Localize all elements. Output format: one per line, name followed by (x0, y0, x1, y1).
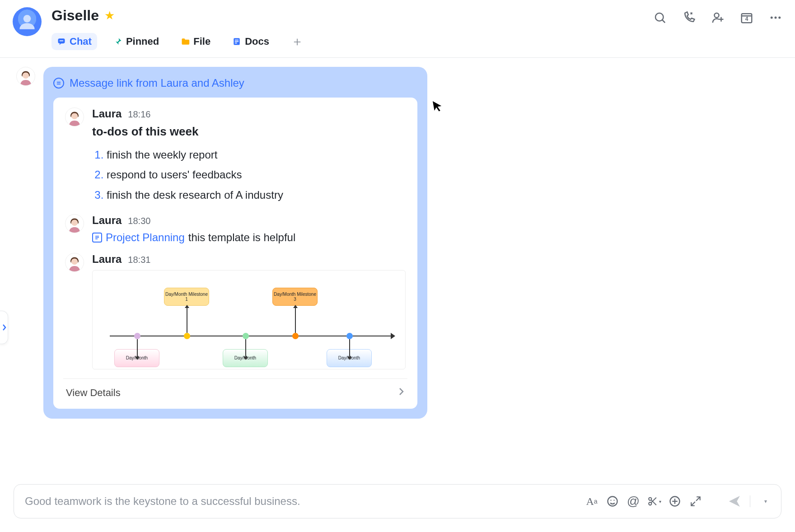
tab-pinned-label: Pinned (126, 36, 159, 47)
chat-area: Message link from Laura and Ashley Laura… (0, 58, 795, 476)
message-row: Message link from Laura and Ashley Laura… (16, 67, 777, 419)
todo-item: respond to users' feedbacks (107, 165, 406, 185)
plus-icon: ＋ (291, 33, 304, 50)
link-card-header[interactable]: Message link from Laura and Ashley (53, 77, 417, 89)
sidebar-expand-handle[interactable] (0, 311, 8, 344)
svg-rect-5 (235, 41, 238, 42)
divider (63, 378, 407, 379)
message-composer[interactable]: Good teamwork is the keystone to a succe… (14, 484, 781, 518)
todo-list: finish the weekly report respond to user… (92, 145, 406, 205)
svg-point-14 (771, 17, 773, 19)
composer-input[interactable]: Good teamwork is the keystone to a succe… (25, 495, 578, 508)
svg-line-8 (662, 20, 665, 23)
svg-point-28 (613, 500, 614, 501)
header-bar: Giselle ★ Chat Pinned (0, 0, 795, 58)
star-icon[interactable]: ★ (104, 9, 115, 23)
quoted-messages: Laura 18:16 to-dos of this week finish t… (53, 98, 417, 409)
mention-icon[interactable]: @ (626, 494, 641, 509)
link-icon (53, 78, 64, 89)
send-button[interactable] (727, 494, 742, 509)
add-member-icon[interactable] (711, 11, 725, 24)
svg-point-16 (778, 17, 781, 19)
svg-point-26 (608, 497, 617, 506)
message-text: this template is helpful (188, 231, 295, 244)
tab-add[interactable]: ＋ (285, 30, 309, 53)
add-attachment-icon[interactable] (668, 494, 682, 509)
author-name: Laura (92, 107, 122, 120)
svg-rect-4 (235, 40, 238, 41)
chevron-right-icon (398, 386, 405, 400)
scissors-icon[interactable]: ▾ (647, 494, 661, 509)
svg-point-9 (715, 13, 719, 18)
timeline-diagram[interactable]: Day/Month Milestone 1 Day/Month Mileston… (92, 270, 406, 369)
message-time: 18:16 (128, 109, 150, 120)
quoted-avatar (65, 107, 84, 126)
tab-bar: Chat Pinned File (51, 30, 309, 53)
tab-pinned[interactable]: Pinned (108, 33, 164, 50)
document-icon (92, 233, 102, 243)
svg-point-0 (23, 15, 31, 23)
expand-icon[interactable] (688, 494, 703, 509)
send-options-icon[interactable]: ▾ (758, 494, 773, 509)
milestone-box: Day/Month Milestone 3 (272, 288, 318, 306)
header-actions: 4 (653, 7, 782, 24)
tab-chat[interactable]: Chat (51, 33, 97, 50)
view-details-label: View Details (66, 387, 121, 399)
view-details-button[interactable]: View Details (65, 385, 406, 401)
todo-item: finish the desk research of A industry (107, 185, 406, 205)
svg-point-15 (775, 17, 777, 19)
text-format-icon[interactable]: Aa (585, 494, 599, 509)
tab-chat-label: Chat (70, 36, 92, 47)
quoted-avatar (65, 214, 84, 233)
quoted-message: Laura 18:30 Project Planning (65, 214, 406, 244)
doc-link[interactable]: Project Planning (92, 231, 185, 244)
tab-file[interactable]: File (175, 33, 216, 50)
message-time: 18:31 (128, 255, 150, 265)
calendar-icon[interactable]: 4 (740, 11, 753, 24)
quoted-message: Laura 18:31 Day/Month Milestone 1 Day/Mo… (65, 253, 406, 369)
contact-name[interactable]: Giselle (51, 7, 99, 24)
svg-point-27 (610, 500, 611, 501)
calendar-day: 4 (745, 16, 748, 22)
svg-rect-2 (60, 41, 63, 42)
svg-point-7 (655, 13, 664, 21)
tab-file-label: File (193, 36, 210, 47)
pin-icon (113, 37, 122, 46)
sender-avatar[interactable] (16, 67, 35, 86)
milestone-box: Day/Month Milestone 1 (164, 288, 209, 306)
doc-name: Project Planning (106, 231, 185, 244)
folder-icon (181, 37, 190, 46)
message-link-card: Message link from Laura and Ashley Laura… (43, 67, 427, 419)
search-icon[interactable] (653, 11, 667, 24)
tab-docs-label: Docs (245, 36, 269, 47)
video-call-icon[interactable] (682, 11, 696, 24)
more-icon[interactable] (769, 11, 782, 24)
quoted-avatar (65, 253, 84, 272)
todo-item: finish the weekly report (107, 145, 406, 165)
link-card-title: Message link from Laura and Ashley (70, 77, 244, 89)
message-subject: to-dos of this week (92, 125, 406, 139)
quoted-message: Laura 18:16 to-dos of this week finish t… (65, 107, 406, 205)
svg-rect-6 (235, 43, 237, 44)
chat-icon (57, 37, 66, 46)
tab-docs[interactable]: Docs (227, 33, 275, 50)
author-name: Laura (92, 214, 122, 227)
message-time: 18:30 (128, 216, 150, 226)
contact-avatar[interactable] (13, 7, 42, 36)
docs-icon (232, 37, 241, 46)
author-name: Laura (92, 253, 122, 266)
emoji-icon[interactable] (605, 494, 620, 509)
